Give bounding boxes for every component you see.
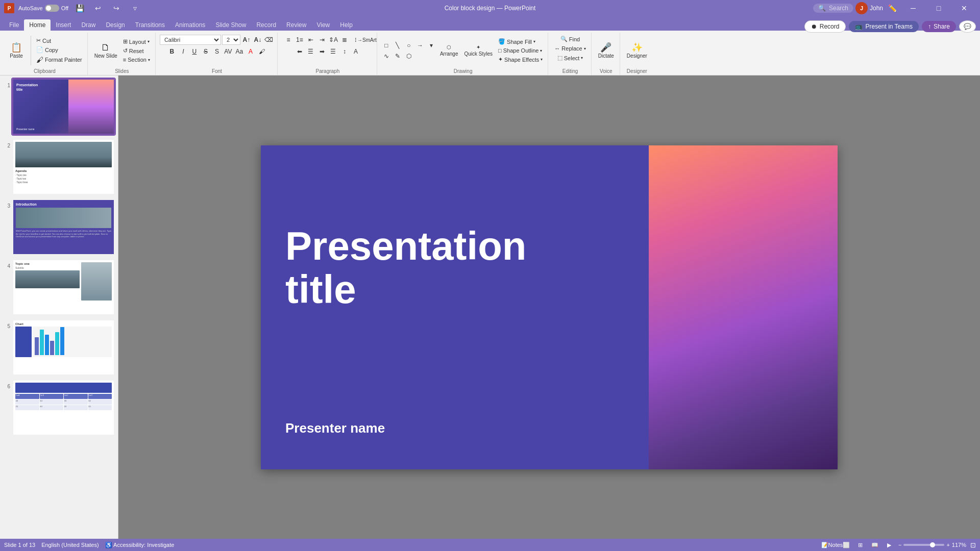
notes-button[interactable]: 📝 Notes	[827, 540, 837, 550]
justify-button[interactable]: ☰	[328, 46, 338, 57]
font-name-selector[interactable]: Calibri	[160, 35, 221, 45]
decrease-font-button[interactable]: A↓	[253, 35, 263, 45]
shape-arrow[interactable]: →	[415, 40, 425, 51]
quick-styles-button[interactable]: ✦ Quick Styles	[461, 43, 495, 58]
shape-effects-button[interactable]: ✦ Shape Effects ▾	[496, 55, 545, 64]
reading-view-button[interactable]: 📖	[870, 540, 880, 550]
shape-poly[interactable]: ⬡	[404, 51, 414, 61]
tab-design[interactable]: Design	[101, 19, 130, 31]
slide-sorter-button[interactable]: ⊞	[855, 540, 866, 550]
align-center-button[interactable]: ☰	[306, 46, 316, 57]
decrease-indent-button[interactable]: ⇤	[306, 35, 316, 45]
font-size-selector[interactable]: 24	[222, 35, 240, 45]
slide-thumb-4[interactable]: 4 Topic one Subtitle	[2, 258, 116, 316]
tab-slideshow[interactable]: Slide Show	[210, 19, 251, 31]
replace-button[interactable]: ↔ Replace ▾	[552, 44, 587, 53]
customize-button[interactable]: ▿	[128, 1, 142, 15]
select-button[interactable]: ⬚ Select ▾	[555, 54, 585, 62]
record-button[interactable]: ⏺ Record	[804, 20, 846, 33]
user-profile[interactable]: J John	[855, 2, 883, 14]
tab-view[interactable]: View	[311, 19, 335, 31]
slide-presenter[interactable]: Presenter name	[285, 420, 385, 436]
zoom-in-button[interactable]: +	[946, 542, 949, 548]
bullets-button[interactable]: ≡	[283, 35, 293, 45]
find-button[interactable]: 🔍 Find	[558, 35, 582, 43]
slide-canvas[interactable]: Presentation title Presenter name	[261, 145, 838, 469]
shape-line[interactable]: ╲	[393, 40, 403, 51]
font-row-2: B I U S S AV Aa A 🖌	[167, 46, 267, 57]
shape-curve[interactable]: ∿	[381, 51, 391, 61]
slide-thumb-6[interactable]: 6 Cat A Cat B Cat C Cat D 4.3 2.4	[2, 379, 116, 437]
increase-font-button[interactable]: A↑	[241, 35, 252, 45]
fit-slide-button[interactable]: ⊡	[970, 541, 976, 549]
redo-button[interactable]: ↪	[109, 1, 124, 15]
clear-format-button[interactable]: ⌫	[264, 35, 274, 45]
share-button[interactable]: ↑ Share	[922, 21, 956, 32]
normal-view-button[interactable]: ⬜	[841, 540, 851, 550]
bold-button[interactable]: B	[167, 46, 177, 57]
tab-record[interactable]: Record	[251, 19, 281, 31]
slide-thumb-3[interactable]: 3 Introduction With PowerPoint, you can …	[2, 198, 116, 256]
line-spacing-button[interactable]: ↕	[339, 46, 350, 57]
shape-more[interactable]: ▾	[426, 40, 436, 51]
font-color-button[interactable]: A	[246, 46, 256, 57]
slide-thumb-2[interactable]: 2 Agenda · Topic one· Topic two· Topic t…	[2, 138, 116, 196]
dictate-button[interactable]: 🎤 Dictate	[596, 41, 617, 60]
search-box[interactable]: 🔍 Search	[813, 4, 853, 13]
tab-help[interactable]: Help	[335, 19, 358, 31]
section-button[interactable]: ≡ Section ▾	[121, 56, 152, 64]
reset-button[interactable]: ↺ Reset	[121, 46, 152, 55]
shape-circle[interactable]: ○	[404, 40, 414, 51]
minimize-button[interactable]: ─	[901, 0, 925, 16]
comments-button[interactable]: 💬	[959, 20, 976, 33]
underline-button[interactable]: U	[189, 46, 200, 57]
shape-rect[interactable]: □	[381, 40, 391, 51]
save-button[interactable]: 💾	[72, 1, 87, 15]
shape-fill-button[interactable]: 🪣 Shape Fill ▾	[496, 37, 545, 46]
slide-thumb-1[interactable]: 1 Presentationtitle Presenter name	[2, 78, 116, 136]
tab-file[interactable]: File	[4, 19, 24, 31]
text-fill-button[interactable]: A	[351, 46, 361, 57]
shadow-button[interactable]: S	[212, 46, 222, 57]
tab-draw[interactable]: Draw	[76, 19, 101, 31]
tab-review[interactable]: Review	[281, 19, 311, 31]
slideshow-button[interactable]: ▶	[884, 540, 894, 550]
pen-icon[interactable]: ✏️	[885, 1, 899, 15]
copy-button[interactable]: 📄 Copy	[34, 45, 84, 54]
text-align-button[interactable]: ≣	[339, 35, 350, 45]
tab-transitions[interactable]: Transitions	[130, 19, 170, 31]
format-painter-button[interactable]: 🖌 Format Painter	[34, 55, 84, 65]
tab-home[interactable]: Home	[24, 19, 51, 31]
layout-button[interactable]: ⊞ Layout ▾	[121, 37, 152, 46]
align-right-button[interactable]: ➡	[317, 46, 327, 57]
accessibility-status[interactable]: ♿ Accessibility: Investigate	[105, 542, 175, 548]
cut-button[interactable]: ✂ Cut	[34, 36, 84, 45]
paste-button[interactable]: 📋 Paste	[5, 41, 28, 60]
new-slide-button[interactable]: 🗋 New Slide	[92, 41, 120, 60]
change-case-button[interactable]: Aa	[234, 46, 244, 57]
shape-outline-button[interactable]: □ Shape Outline ▾	[496, 46, 545, 55]
slide-title[interactable]: Presentation title	[285, 224, 526, 312]
designer-button[interactable]: ✨ Designer	[624, 41, 650, 60]
slide-thumb-5[interactable]: 5 Chart	[2, 318, 116, 377]
arrange-button[interactable]: ⬡ Arrange	[437, 43, 461, 58]
increase-indent-button[interactable]: ⇥	[317, 35, 327, 45]
maximize-button[interactable]: □	[927, 0, 950, 16]
present-teams-button[interactable]: 📺 Present in Teams	[849, 21, 919, 32]
undo-button[interactable]: ↩	[91, 1, 105, 15]
highlight-button[interactable]: 🖌	[257, 46, 267, 57]
zoom-slider[interactable]	[903, 544, 944, 546]
autosave-toggle[interactable]	[45, 5, 59, 12]
char-spacing-button[interactable]: AV	[223, 46, 233, 57]
strikethrough-button[interactable]: S	[201, 46, 211, 57]
numbering-button[interactable]: 1≡	[295, 35, 305, 45]
smartart-button[interactable]: →SmArt	[362, 35, 372, 45]
close-button[interactable]: ✕	[952, 0, 976, 16]
text-direction-button[interactable]: ⇕A	[328, 35, 338, 45]
italic-button[interactable]: I	[178, 46, 188, 57]
shape-freeform[interactable]: ✎	[393, 51, 403, 61]
align-left-button[interactable]: ⬅	[295, 46, 305, 57]
tab-animations[interactable]: Animations	[170, 19, 210, 31]
tab-insert[interactable]: Insert	[51, 19, 76, 31]
zoom-out-button[interactable]: −	[898, 542, 901, 548]
